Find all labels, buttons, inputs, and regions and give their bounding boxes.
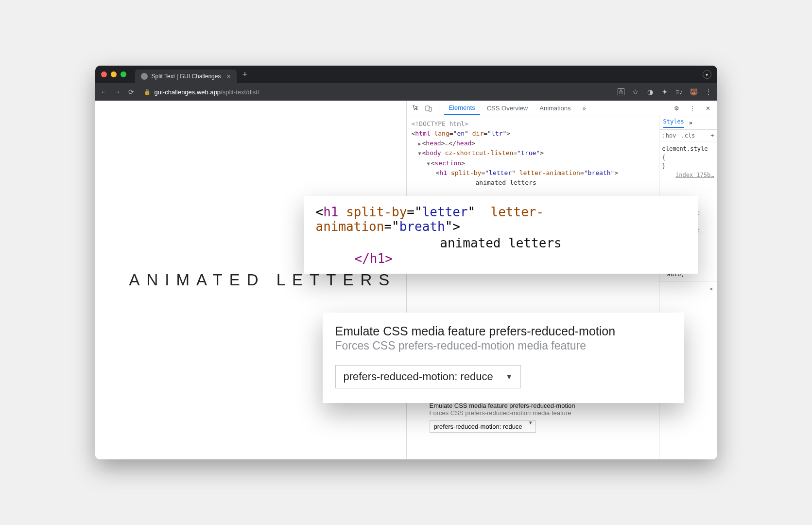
dom-section[interactable]: ▼<section> bbox=[412, 158, 654, 168]
profile-icon[interactable]: ▾ bbox=[703, 70, 711, 79]
tab-overflow-icon[interactable]: » bbox=[578, 102, 591, 115]
rendering-drawer-small: Emulate CSS media feature prefers-reduce… bbox=[430, 402, 663, 433]
svg-rect-1 bbox=[429, 107, 432, 111]
overlay-render-title: Emulate CSS media feature prefers-reduce… bbox=[335, 324, 672, 338]
address-bar: ← → ⟳ 🔒 gui-challenges.web.app/split-tex… bbox=[95, 83, 717, 101]
lock-icon: 🔒 bbox=[144, 89, 151, 95]
media-icon[interactable]: ≡♪ bbox=[675, 88, 683, 96]
styles-pane: Styles » :hov .cls + element.style { } i… bbox=[659, 116, 717, 459]
extension-icon[interactable]: ◑ bbox=[646, 88, 654, 96]
translate-icon[interactable]: 🄰 bbox=[617, 88, 625, 96]
page-viewport: ANIMATED LETTERS bbox=[95, 101, 406, 459]
rendering-small-select[interactable]: prefers-reduced-motion: reduce bbox=[430, 420, 536, 433]
devtools-tabbar: Elements CSS Overview Animations » ⚙ ⋮ ✕ bbox=[407, 101, 717, 116]
styles-overflow-icon[interactable]: » bbox=[689, 120, 692, 126]
reload-button[interactable]: ⟳ bbox=[127, 88, 135, 96]
overlay-code-content: animated letters bbox=[316, 236, 686, 250]
cls-toggle[interactable]: .cls bbox=[681, 132, 695, 139]
rendering-small-title: Emulate CSS media feature prefers-reduce… bbox=[430, 402, 663, 409]
extensions-puzzle-icon[interactable]: ✦ bbox=[661, 88, 669, 96]
overlay-code-close: </h1> bbox=[355, 251, 686, 266]
rendering-small-sub: Forces CSS prefers-reduced-motion media … bbox=[430, 409, 663, 417]
dom-head[interactable]: ▶<head>…</head> bbox=[412, 139, 654, 148]
tab-elements[interactable]: Elements bbox=[444, 101, 480, 115]
browser-tab[interactable]: Split Text | GUI Challenges × bbox=[135, 70, 237, 83]
device-toggle-icon[interactable] bbox=[423, 103, 434, 114]
forward-button[interactable]: → bbox=[114, 88, 121, 96]
inspect-icon[interactable] bbox=[411, 103, 421, 114]
overlay-render-select[interactable]: prefers-reduced-motion: reduce ▼ bbox=[335, 365, 521, 388]
element-style-close: } bbox=[662, 162, 714, 171]
tab-animations[interactable]: Animations bbox=[535, 102, 575, 115]
overlay-render-value: prefers-reduced-motion: reduce bbox=[344, 370, 493, 383]
tab-title: Split Text | GUI Challenges bbox=[152, 73, 221, 80]
separator bbox=[439, 104, 439, 113]
dom-doctype: <!DOCTYPE html> bbox=[412, 119, 654, 129]
chevron-down-icon: ▼ bbox=[506, 373, 513, 381]
styles-subbar: :hov .cls + bbox=[659, 130, 717, 141]
tab-css-overview[interactable]: CSS Overview bbox=[482, 102, 533, 115]
hov-toggle[interactable]: :hov bbox=[662, 132, 676, 139]
overlay-code-callout: <h1 split-by="letter" letter-animation="… bbox=[304, 196, 698, 274]
url-path: /split-text/dist/ bbox=[221, 88, 259, 96]
rendering-small-select-wrap: prefers-reduced-motion: reduce bbox=[430, 417, 536, 433]
devtools-right-controls: ⚙ ⋮ ✕ bbox=[672, 103, 713, 114]
stylesheet-link[interactable]: index 175b… bbox=[662, 171, 714, 179]
browser-window: Split Text | GUI Challenges × + ▾ ← → ⟳ … bbox=[95, 66, 717, 459]
add-rule-icon[interactable]: + bbox=[710, 132, 714, 139]
tab-bar: Split Text | GUI Challenges × + ▾ bbox=[95, 66, 717, 83]
overlay-render-sub: Forces CSS prefers-reduced-motion media … bbox=[335, 339, 672, 352]
close-tab-icon[interactable]: × bbox=[226, 72, 230, 80]
kebab-icon[interactable]: ⋮ bbox=[687, 103, 698, 114]
maximize-window-button[interactable] bbox=[121, 71, 126, 77]
overlay-code-open: <h1 split-by="letter" letter-animation="… bbox=[316, 205, 686, 234]
window-controls bbox=[101, 71, 126, 77]
back-button[interactable]: ← bbox=[100, 88, 108, 96]
url-text: gui-challenges.web.app/split-text/dist/ bbox=[155, 88, 259, 96]
url-domain: gui-challenges.web.app bbox=[155, 88, 221, 96]
close-devtools-icon[interactable]: ✕ bbox=[703, 103, 713, 114]
favicon-icon bbox=[141, 73, 148, 80]
dom-html-open[interactable]: <html lang="en" dir="ltr"> bbox=[412, 129, 654, 139]
bookmark-icon[interactable]: ☆ bbox=[632, 88, 639, 96]
dom-body[interactable]: ▼<body cz-shortcut-listen="true"> bbox=[412, 148, 654, 158]
close-window-button[interactable] bbox=[101, 71, 107, 77]
dom-h1[interactable]: <h1 split-by="letter" letter-animation="… bbox=[412, 168, 654, 178]
avatar-icon[interactable]: 🐻 bbox=[690, 88, 698, 96]
new-tab-button[interactable]: + bbox=[242, 70, 248, 80]
element-style-rule: element.style { bbox=[662, 144, 714, 162]
toolbar-right: 🄰 ☆ ◑ ✦ ≡♪ 🐻 ⋮ bbox=[617, 88, 712, 96]
minimize-window-button[interactable] bbox=[111, 71, 117, 77]
styles-tabs: Styles » bbox=[659, 116, 717, 130]
drawer-close-icon[interactable]: ✕ bbox=[659, 281, 717, 295]
styles-tab[interactable]: Styles bbox=[663, 118, 684, 128]
url-box[interactable]: 🔒 gui-challenges.web.app/split-text/dist… bbox=[144, 88, 259, 96]
overlay-rendering-callout: Emulate CSS media feature prefers-reduce… bbox=[323, 313, 684, 403]
menu-icon[interactable]: ⋮ bbox=[705, 88, 712, 96]
dom-h1-text: animated letters bbox=[412, 178, 654, 188]
gear-icon[interactable]: ⚙ bbox=[672, 103, 682, 114]
